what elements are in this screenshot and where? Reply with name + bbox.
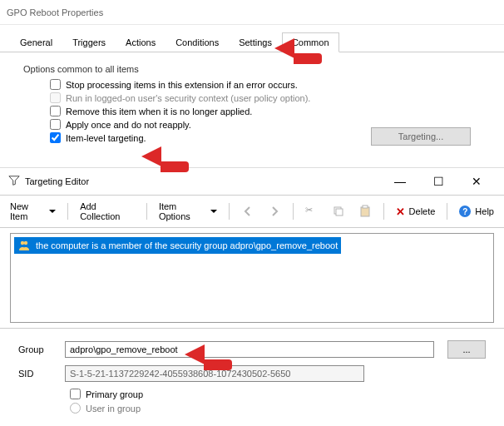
help-icon: ? xyxy=(459,206,471,217)
targeting-button[interactable]: Targeting... xyxy=(371,127,471,146)
label-apply-once: Apply once and do not reapply. xyxy=(66,120,191,130)
arrow-left-icon xyxy=(241,205,254,218)
svg-rect-1 xyxy=(336,209,343,215)
checkbox-remove-item[interactable] xyxy=(50,106,61,116)
tab-common[interactable]: Common xyxy=(282,32,339,52)
editor-title: Targeting Editor xyxy=(25,176,89,186)
window-title: GPO Reboot Properties xyxy=(7,7,103,17)
funnel-icon xyxy=(8,175,20,188)
minimize-button[interactable]: — xyxy=(381,169,419,194)
sid-label: SID xyxy=(18,369,52,379)
tab-actions[interactable]: Actions xyxy=(116,32,166,52)
editor-fields: Group ... SID Primary group User in grou… xyxy=(0,328,504,419)
close-button[interactable]: ✕ xyxy=(457,169,496,194)
svg-point-4 xyxy=(21,241,24,245)
group-field-row: Group ... xyxy=(18,340,486,359)
chevron-down-icon xyxy=(49,210,56,213)
copy-button xyxy=(327,202,350,220)
svg-rect-2 xyxy=(361,207,369,216)
primary-group-label: Primary group xyxy=(86,389,143,399)
group-input[interactable] xyxy=(65,341,434,358)
checkbox-item-level[interactable] xyxy=(50,132,61,143)
paste-button xyxy=(353,202,377,220)
tab-strip: General Triggers Actions Conditions Sett… xyxy=(0,25,504,52)
svg-rect-3 xyxy=(363,206,368,208)
sid-field-row: SID xyxy=(18,365,486,382)
arrow-right-icon xyxy=(268,205,281,218)
svg-point-5 xyxy=(24,241,27,245)
targeting-editor-window: Targeting Editor — ☐ ✕ New Item Add Coll… xyxy=(0,167,504,419)
option-remove-item[interactable]: Remove this item when it is no longer ap… xyxy=(50,106,481,116)
label-run-loggedon: Run in logged-on user's security context… xyxy=(66,93,310,103)
primary-group-row[interactable]: Primary group xyxy=(70,389,486,399)
checkbox-apply-once[interactable] xyxy=(50,119,61,130)
label-remove-item: Remove this item when it is no longer ap… xyxy=(66,106,252,116)
add-collection-button[interactable]: Add Collection xyxy=(75,199,140,224)
separator xyxy=(447,203,447,220)
separator xyxy=(383,203,384,220)
editor-toolbar: New Item Add Collection Item Options ✂ xyxy=(0,195,504,228)
cut-button: ✂ xyxy=(300,202,324,220)
separator xyxy=(146,203,147,220)
options-heading: Options common to all items xyxy=(23,64,481,74)
label-stop-processing: Stop processing items in this extension … xyxy=(66,80,298,90)
delete-icon: ✕ xyxy=(396,206,405,218)
browse-button[interactable]: ... xyxy=(447,340,486,359)
tab-settings[interactable]: Settings xyxy=(229,32,282,52)
common-tab-content: Options common to all items Stop process… xyxy=(0,52,504,157)
move-right-button xyxy=(263,202,286,220)
properties-titlebar: GPO Reboot Properties xyxy=(0,0,504,25)
targeting-items-panel[interactable]: the computer is a member of the security… xyxy=(10,233,494,323)
separator xyxy=(293,203,294,220)
targeting-item[interactable]: the computer is a member of the security… xyxy=(14,237,341,254)
move-left-button xyxy=(236,202,259,220)
label-item-level: Item-level targeting. xyxy=(66,133,146,143)
checkbox-run-loggedon xyxy=(50,92,61,103)
user-in-group-radio[interactable] xyxy=(70,403,81,414)
item-options-button[interactable]: Item Options xyxy=(154,199,222,224)
group-icon xyxy=(17,239,31,252)
chevron-down-icon xyxy=(210,210,217,213)
option-run-loggedon: Run in logged-on user's security context… xyxy=(50,92,481,103)
sid-input xyxy=(65,365,364,382)
checkbox-stop-processing[interactable] xyxy=(50,79,61,90)
editor-titlebar: Targeting Editor — ☐ ✕ xyxy=(0,168,504,195)
group-label: Group xyxy=(18,344,52,354)
separator xyxy=(229,203,230,220)
tab-conditions[interactable]: Conditions xyxy=(166,32,229,52)
option-stop-processing[interactable]: Stop processing items in this extension … xyxy=(50,79,481,90)
help-button[interactable]: ? Help xyxy=(454,203,499,220)
tab-triggers[interactable]: Triggers xyxy=(62,32,116,52)
maximize-button[interactable]: ☐ xyxy=(419,169,457,194)
tab-general[interactable]: General xyxy=(10,32,62,52)
paste-icon xyxy=(358,205,372,218)
targeting-item-text: the computer is a member of the security… xyxy=(36,240,338,250)
new-item-button[interactable]: New Item xyxy=(5,199,61,224)
scissors-icon: ✂ xyxy=(305,205,319,218)
primary-group-checkbox[interactable] xyxy=(70,389,81,399)
user-in-group-label: User in group xyxy=(86,404,141,414)
delete-button[interactable]: ✕ Delete xyxy=(391,203,441,220)
separator xyxy=(67,203,68,220)
copy-icon xyxy=(332,205,345,218)
user-in-group-row[interactable]: User in group xyxy=(70,403,486,414)
